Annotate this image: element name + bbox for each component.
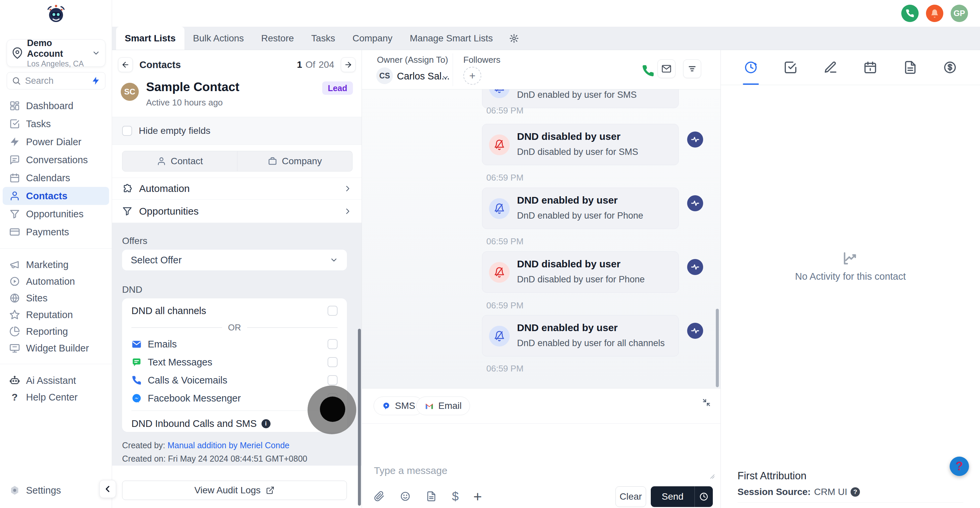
message-placeholder: Type a message: [374, 465, 447, 476]
tab-tasks[interactable]: [780, 50, 801, 85]
activity-card[interactable]: DND enabled by user DnD enabled by user …: [482, 188, 679, 229]
help-question-icon[interactable]: ?: [851, 487, 860, 497]
schedule-send-icon[interactable]: [695, 486, 713, 507]
sidebar-item-marketing[interactable]: Marketing: [3, 256, 109, 273]
sidebar-item-payments[interactable]: Payments: [3, 223, 109, 241]
search-input[interactable]: Search: [7, 72, 105, 89]
dnd-facebook-checkbox[interactable]: [328, 393, 337, 403]
section-opportunities[interactable]: Opportunities: [112, 200, 361, 223]
tab-smart-lists[interactable]: Smart Lists: [116, 27, 185, 50]
sidebar-divider: [0, 248, 112, 249]
tab-notes[interactable]: [820, 50, 841, 85]
add-more-icon[interactable]: +: [473, 489, 482, 504]
sidebar-item-automation[interactable]: Automation: [3, 273, 109, 290]
created-by-link[interactable]: Manual addition by Meriel Conde: [167, 441, 290, 450]
sidebar-item-reputation[interactable]: Reputation: [3, 307, 109, 323]
dialer-button[interactable]: [901, 5, 919, 22]
section-automation[interactable]: Automation: [112, 177, 361, 200]
tab-company[interactable]: Company: [237, 151, 353, 172]
next-contact-button[interactable]: [341, 58, 356, 72]
sidebar-item-help-center[interactable]: ? Help Center: [3, 389, 109, 406]
attachment-icon[interactable]: [374, 491, 385, 502]
sidebar-item-power-dialer[interactable]: Power Dialer: [3, 133, 109, 151]
account-location: Los Angeles, CA: [27, 59, 88, 69]
activity-card[interactable]: DND disabled by user DnD disabled by use…: [482, 251, 679, 293]
dnd-text-messages-checkbox[interactable]: [328, 357, 337, 367]
notifications-button[interactable]: [926, 5, 943, 22]
envelope-icon: [662, 64, 671, 74]
contacts-toolbar: Smart Lists Bulk Actions Restore Tasks C…: [112, 27, 980, 50]
hide-empty-fields-checkbox[interactable]: [122, 126, 132, 136]
tab-manage-smart-lists[interactable]: Manage Smart Lists: [401, 27, 502, 50]
globe-icon: [10, 293, 20, 304]
dnd-all-channels-checkbox[interactable]: [328, 306, 337, 316]
messenger-icon: [131, 393, 142, 404]
activity-card[interactable]: DND enabled by user DnD enabled by user …: [482, 315, 679, 356]
activity-card[interactable]: DND disabled by user DnD disabled by use…: [482, 124, 679, 165]
back-button[interactable]: [118, 58, 133, 72]
dnd-calls-checkbox[interactable]: [328, 375, 337, 385]
emoji-icon[interactable]: [400, 491, 411, 502]
sidebar-secondary-nav: Marketing Automation Sites Reputation Re…: [0, 256, 112, 356]
credit-card-icon: [10, 227, 20, 237]
send-button[interactable]: Send: [651, 486, 713, 507]
bolt-icon: [10, 136, 20, 147]
pencil-icon: [824, 61, 838, 74]
empty-state-text: No Activity for this contact: [721, 271, 980, 282]
sidebar-item-contacts[interactable]: Contacts: [3, 187, 109, 205]
tab-company[interactable]: Company: [344, 27, 401, 50]
search-icon: [12, 76, 21, 85]
info-icon[interactable]: i: [261, 419, 270, 428]
email-button[interactable]: [657, 59, 675, 78]
chevron-down-icon[interactable]: [441, 73, 449, 81]
activity-panel: No Activity for this contact First Attri…: [721, 50, 980, 508]
composer-tab-email[interactable]: Email: [416, 396, 470, 415]
contact-panel-scrollbar[interactable]: [358, 329, 361, 506]
email-icon: [131, 339, 142, 350]
first-attribution-title: First Attribution: [738, 470, 807, 482]
sidebar-item-tasks[interactable]: Tasks: [3, 115, 109, 133]
payment-request-icon[interactable]: $: [452, 490, 459, 503]
user-icon: [10, 190, 20, 201]
help-widget-button[interactable]: ?: [950, 457, 969, 476]
conversation-panel: Owner (Assign To) CS Carlos Sal... Follo…: [362, 50, 721, 508]
resize-handle-icon[interactable]: [708, 472, 715, 479]
tab-activity-history[interactable]: [740, 50, 762, 85]
sidebar-item-settings[interactable]: Settings: [3, 482, 109, 499]
clear-button[interactable]: Clear: [616, 486, 646, 507]
templates-icon[interactable]: [426, 491, 437, 502]
sidebar-item-ai-assistant[interactable]: Ai Assistant: [3, 372, 109, 389]
account-switcher[interactable]: Demo Account Los Angeles, CA: [7, 39, 105, 67]
sidebar-item-sites[interactable]: Sites: [3, 290, 109, 307]
user-avatar[interactable]: GP: [951, 5, 968, 22]
sidebar-item-reporting[interactable]: Reporting: [3, 323, 109, 340]
collapse-composer-icon[interactable]: [702, 398, 711, 407]
tab-contact[interactable]: Contact: [122, 151, 237, 172]
pager-total: 204: [318, 59, 334, 70]
feed-scrollbar[interactable]: [716, 309, 719, 387]
dnd-bell-icon: [489, 262, 510, 283]
add-follower-button[interactable]: +: [463, 67, 481, 85]
tab-appointments[interactable]: [859, 50, 881, 85]
tab-documents[interactable]: [900, 50, 921, 85]
message-input[interactable]: Type a message: [362, 423, 721, 484]
tab-tasks[interactable]: Tasks: [302, 27, 344, 50]
tab-restore[interactable]: Restore: [253, 27, 302, 50]
quick-actions-icon[interactable]: [91, 76, 100, 85]
tab-payments[interactable]: [939, 50, 961, 85]
offers-select[interactable]: Select Offer: [122, 250, 347, 270]
check-square-icon: [10, 118, 20, 129]
sidebar-item-dashboard[interactable]: Dashboard: [3, 97, 109, 115]
dnd-bell-icon: [489, 326, 510, 347]
sidebar-item-conversations[interactable]: Conversations: [3, 151, 109, 169]
dnd-emails-checkbox[interactable]: [328, 339, 337, 349]
view-audit-logs-button[interactable]: View Audit Logs: [122, 481, 347, 500]
smart-lists-settings-button[interactable]: [502, 27, 527, 50]
sidebar-item-calendars[interactable]: Calendars: [3, 169, 109, 187]
sidebar-collapse-button[interactable]: [99, 480, 116, 498]
sidebar-item-opportunities[interactable]: Opportunities: [3, 205, 109, 223]
call-button[interactable]: [641, 64, 655, 77]
filter-button[interactable]: [683, 59, 701, 78]
sidebar-item-widget-builder[interactable]: Widget Builder: [3, 340, 109, 356]
tab-bulk-actions[interactable]: Bulk Actions: [185, 27, 253, 50]
